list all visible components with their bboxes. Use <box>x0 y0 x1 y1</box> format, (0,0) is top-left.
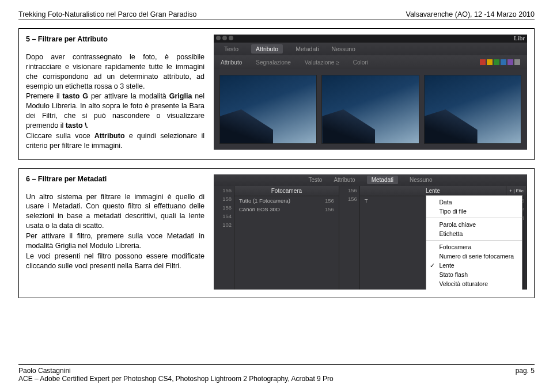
attr-colori-label: Colori <box>353 59 368 66</box>
section-5-text: 5 – Filtrare per Attributo Dopo aver con… <box>26 35 204 151</box>
menu-item[interactable]: Stato flash <box>426 270 522 279</box>
color-swatch[interactable] <box>494 59 499 65</box>
list-item[interactable]: Tutto (1 Fotocamera)156 <box>234 196 339 205</box>
menu-item[interactable]: Velocità otturatore <box>426 279 522 288</box>
traffic-lights[interactable] <box>216 36 233 40</box>
list-item[interactable]: Canon EOS 30D156 <box>234 205 339 214</box>
tab-metadati[interactable]: Metadati <box>367 176 398 184</box>
list-item: 154 <box>214 212 234 220</box>
footer-author: Paolo Castagnini <box>18 367 71 375</box>
list-item: 158 <box>214 195 234 203</box>
menu-item[interactable]: Tipo di file <box>426 207 522 216</box>
module-label: Libr <box>514 35 525 41</box>
tab-testo[interactable]: Testo <box>224 45 238 52</box>
tab-testo[interactable]: Testo <box>309 177 323 183</box>
window-titlebar: Libr <box>214 35 527 43</box>
section-5-body: Dopo aver contrassegnato le foto, è poss… <box>26 52 204 151</box>
filter-tabbar: Testo Attributo Metadati Nessuno <box>214 43 527 55</box>
menu-item[interactable]: Numero di serie fotocamera <box>426 252 522 261</box>
tab-metadati[interactable]: Metadati <box>296 45 319 52</box>
attr-valutazione[interactable]: Valutazione ≥ <box>305 59 339 66</box>
color-swatches[interactable] <box>480 59 520 65</box>
col-header-fotocamera[interactable]: Fotocamera <box>234 186 339 196</box>
lightroom-metadati-screenshot: Testo Attributo Metadati Nessuno 1561581… <box>214 174 527 290</box>
col-fotocamera: Fotocamera Tutto (1 Fotocamera)156Canon … <box>234 186 339 290</box>
attributo-bar: Attributo Segnalazione Valutazione ≥ Col… <box>214 55 527 69</box>
list-item: 102 <box>214 220 234 229</box>
footer-cert: ACE – Adobe Certified Expert per Photosh… <box>18 375 535 383</box>
menu-item[interactable]: Apertura <box>426 288 522 290</box>
section-6-body: Un altro sistema per filtrare le immagin… <box>26 192 204 271</box>
header-right: Valsavarenche (AO), 12 -14 Marzo 2010 <box>406 10 535 18</box>
color-swatch[interactable] <box>480 59 486 65</box>
menu-item[interactable]: Lente <box>426 261 522 270</box>
attr-label: Attributo <box>221 59 242 66</box>
section-6-title: 6 – Filtrare per Metadati <box>26 174 204 184</box>
section-5: 5 – Filtrare per Attributo Dopo aver con… <box>18 28 535 160</box>
color-swatch[interactable] <box>507 59 513 65</box>
menu-item[interactable]: Etichetta <box>426 229 522 238</box>
color-swatch[interactable] <box>487 59 493 65</box>
thumbnail[interactable] <box>424 75 521 144</box>
tab-nessuno[interactable]: Nessuno <box>410 177 432 183</box>
header-left: Trekking Foto-Naturalistico nel Parco de… <box>18 10 196 18</box>
color-swatch[interactable] <box>501 59 506 65</box>
section-6-image: Testo Attributo Metadati Nessuno 1561581… <box>214 174 527 290</box>
list-item: 156 <box>214 186 234 195</box>
list-item: 156 <box>339 186 359 195</box>
page-footer: Paolo Castagnini pag. 5 ACE – Adobe Cert… <box>18 364 535 383</box>
tab-attributo[interactable]: Attributo <box>251 44 283 54</box>
thumbnail-grid <box>214 69 527 150</box>
menu-item[interactable]: Parola chiave <box>426 220 522 229</box>
color-swatch[interactable] <box>514 59 520 65</box>
menu-item[interactable]: Fotocamera <box>426 242 522 252</box>
attr-segnalazione[interactable]: Segnalazione <box>256 59 291 66</box>
footer-page: pag. 5 <box>516 367 535 375</box>
thumbnail[interactable] <box>219 75 317 144</box>
menu-item[interactable]: Data <box>426 197 522 207</box>
section-5-title: 5 – Filtrare per Attributo <box>26 35 204 44</box>
tab-nessuno[interactable]: Nessuno <box>332 45 355 52</box>
col-numbers-left: 156158156154102 <box>214 186 234 290</box>
tab-attributo[interactable]: Attributo <box>334 177 355 183</box>
section-6-text: 6 – Filtrare per Metadati Un altro siste… <box>26 174 204 272</box>
col-numbers-mid: 156156 <box>339 186 360 290</box>
list-item: 156 <box>214 203 234 212</box>
section-6: 6 – Filtrare per Metadati Un altro siste… <box>18 168 535 298</box>
filter-tabbar-2: Testo Attributo Metadati Nessuno <box>214 174 527 186</box>
list-item: 156 <box>339 195 359 203</box>
header-rule <box>18 20 535 20</box>
thumbnail[interactable] <box>321 75 419 144</box>
lightroom-attributo-screenshot: Libr Testo Attributo Metadati Nessuno At… <box>214 35 527 150</box>
section-5-image: Libr Testo Attributo Metadati Nessuno At… <box>214 35 527 150</box>
footer-rule <box>18 364 535 365</box>
page-header: Trekking Foto-Naturalistico nel Parco de… <box>18 10 535 18</box>
metadata-field-menu[interactable]: DataTipo di fileParola chiaveEtichettaFo… <box>426 195 522 290</box>
